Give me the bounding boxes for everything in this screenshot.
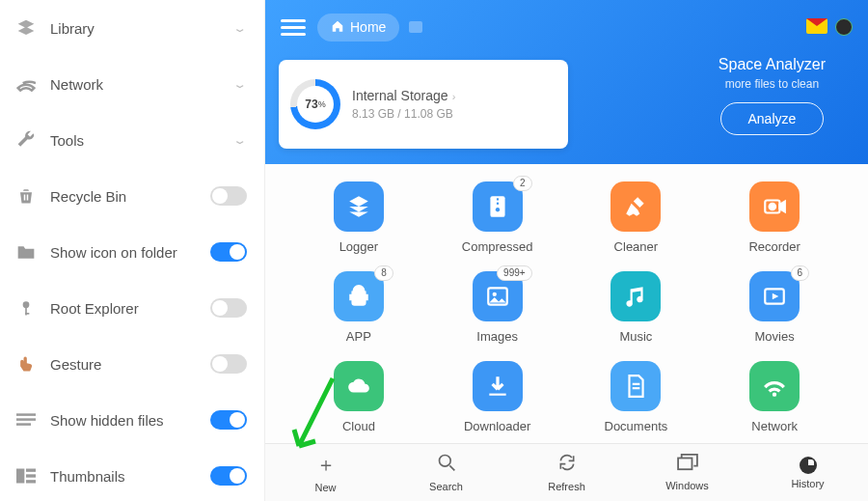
sidebar-item-gesture[interactable]: Gesture — [0, 336, 264, 392]
download-icon — [473, 361, 523, 411]
main: Home 73% Internal Storage› 8.13 GB / 11.… — [265, 0, 868, 501]
history-icon — [800, 457, 817, 474]
sidebar-item-network[interactable]: Network ⌄ — [0, 56, 264, 112]
label: History — [791, 478, 824, 489]
windows-icon — [677, 454, 698, 476]
sidebar-item-root-explorer[interactable]: Root Explorer — [0, 280, 264, 336]
category-grid: Logger2CompressedCleanerRecorder8APP999+… — [265, 164, 868, 443]
sidebar-item-library[interactable]: Library ⌄ — [0, 0, 264, 56]
tab-home[interactable]: Home — [317, 14, 399, 42]
hamburger-icon[interactable] — [281, 19, 306, 36]
analyze-button[interactable]: Analyze — [720, 102, 825, 135]
svg-rect-13 — [497, 198, 499, 200]
action-windows[interactable]: Windows — [627, 444, 747, 501]
label: Tools — [50, 132, 232, 149]
tile-logger[interactable]: Logger — [294, 181, 423, 254]
analyzer-subtitle: more files to clean — [719, 77, 826, 91]
refresh-icon — [557, 453, 577, 477]
folder-icon — [15, 241, 37, 263]
network-icon — [15, 73, 37, 95]
doc-icon — [610, 361, 661, 411]
tile-movies[interactable]: 6Movies — [710, 271, 839, 344]
tile-cleaner[interactable]: Cleaner — [572, 181, 701, 254]
sidebar-item-thumbnails[interactable]: Thumbnails — [0, 448, 264, 501]
tile-label: Music — [619, 329, 652, 344]
bottom-toolbar: ＋ New Search Refresh Windows — [265, 443, 868, 501]
tile-label: APP — [346, 329, 371, 344]
topbar: Home — [281, 8, 853, 46]
badge: 2 — [513, 176, 532, 191]
label: Thumbnails — [50, 468, 210, 485]
action-search[interactable]: Search — [386, 444, 506, 501]
net-icon — [749, 361, 800, 411]
chevron-down-icon: ⌄ — [232, 21, 247, 34]
tile-compressed[interactable]: 2Compressed — [433, 181, 562, 254]
svg-line-26 — [449, 465, 454, 470]
toggle-root-explorer[interactable] — [210, 298, 247, 318]
toggle-show-hidden-files[interactable] — [210, 410, 247, 430]
broom-icon — [610, 181, 661, 232]
tile-label: Documents — [605, 419, 668, 433]
action-history[interactable]: History — [747, 444, 868, 501]
tile-downloader[interactable]: Downloader — [433, 361, 562, 433]
key-icon — [15, 297, 37, 319]
sidebar-item-recycle-bin[interactable]: Recycle Bin — [0, 168, 264, 224]
add-tab-button[interactable] — [409, 21, 422, 33]
svg-rect-5 — [16, 413, 36, 416]
image-icon: 999+ — [473, 271, 523, 321]
svg-point-2 — [23, 301, 30, 308]
sidebar-item-tools[interactable]: Tools ⌄ — [0, 112, 264, 168]
label: Network — [50, 76, 232, 93]
svg-rect-10 — [26, 474, 36, 477]
action-new[interactable]: ＋ New — [265, 444, 386, 501]
tile-music[interactable]: Music — [572, 271, 701, 344]
badge: 8 — [374, 265, 393, 281]
tile-label: Recorder — [748, 239, 800, 254]
tile-documents[interactable]: Documents — [572, 361, 701, 433]
svg-rect-21 — [489, 394, 505, 396]
movie-icon: 6 — [749, 271, 800, 321]
mail-icon[interactable] — [806, 18, 827, 34]
toggle-show-icon-on-folder[interactable] — [210, 242, 247, 262]
label: Windows — [665, 480, 709, 491]
badge: 6 — [791, 265, 810, 281]
percent-suffix: % — [318, 99, 326, 109]
toggle-recycle-bin[interactable] — [210, 186, 247, 206]
label: New — [314, 482, 336, 493]
label: Gesture — [50, 356, 210, 373]
tile-label: Movies — [755, 329, 795, 344]
tile-network[interactable]: Network — [710, 361, 839, 433]
music-icon — [610, 271, 661, 321]
analyzer-title: Space Analyzer — [719, 56, 826, 73]
svg-rect-8 — [16, 469, 24, 484]
chevron-down-icon: ⌄ — [232, 133, 247, 146]
svg-rect-11 — [26, 480, 36, 483]
toggle-gesture[interactable] — [210, 354, 247, 374]
tile-label: Compressed — [462, 239, 533, 254]
tile-label: Images — [476, 329, 518, 344]
toggle-thumbnails[interactable] — [210, 466, 247, 486]
header: Home 73% Internal Storage› 8.13 GB / 11.… — [265, 0, 868, 164]
svg-rect-7 — [16, 423, 31, 426]
status-icon[interactable] — [835, 18, 853, 36]
tile-label: Cloud — [342, 419, 375, 433]
wrench-icon — [15, 129, 37, 151]
tile-app[interactable]: 8APP — [294, 271, 423, 344]
sidebar-item-show-icon-on-folder[interactable]: Show icon on folder — [0, 224, 264, 280]
label: Recycle Bin — [50, 188, 210, 205]
thumbnails-icon — [15, 465, 37, 487]
tile-images[interactable]: 999+Images — [433, 271, 562, 344]
internal-storage-card[interactable]: 73% Internal Storage› 8.13 GB / 11.08 GB — [279, 60, 568, 149]
tile-cloud[interactable]: Cloud — [294, 361, 423, 433]
badge: 999+ — [497, 265, 532, 281]
svg-point-25 — [439, 456, 450, 467]
trash-icon — [15, 185, 37, 207]
sidebar-item-show-hidden-files[interactable]: Show hidden files — [0, 392, 264, 448]
stack-icon — [15, 17, 37, 39]
storage-percent: 73 — [305, 97, 317, 111]
tile-recorder[interactable]: Recorder — [710, 181, 839, 254]
tile-label: Network — [751, 419, 798, 433]
action-refresh[interactable]: Refresh — [506, 444, 627, 501]
svg-rect-0 — [24, 195, 26, 201]
svg-point-17 — [770, 204, 776, 210]
